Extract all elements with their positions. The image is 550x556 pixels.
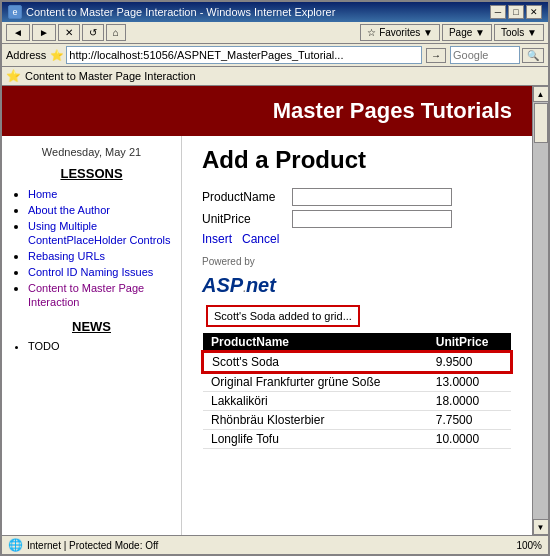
news-list: TODO	[12, 340, 171, 352]
sidebar-date: Wednesday, May 21	[12, 146, 171, 158]
sidebar-nav: Home About the Author Using Multiple Con…	[12, 187, 171, 309]
scroll-down-button[interactable]: ▼	[533, 519, 549, 535]
search-button[interactable]: 🔍	[522, 48, 544, 63]
cancel-link[interactable]: Cancel	[242, 232, 279, 246]
tools-button[interactable]: Tools ▼	[494, 24, 544, 41]
go-button[interactable]: →	[426, 48, 446, 63]
product-name-input[interactable]	[292, 188, 452, 206]
table-row: Rhönbräu Klosterbier7.7500	[203, 411, 511, 430]
table-row: Scott's Soda9.9500	[203, 352, 511, 372]
maximize-button[interactable]: □	[508, 5, 524, 19]
title-bar: e Content to Master Page Interaction - W…	[2, 2, 548, 22]
powered-by-text: Powered by	[202, 256, 512, 267]
product-name-cell: Rhönbräu Klosterbier	[203, 411, 428, 430]
add-product-form: ProductName UnitPrice Insert Cancel	[202, 188, 512, 246]
unit-price-cell: 9.9500	[428, 352, 511, 372]
unit-price-label: UnitPrice	[202, 212, 292, 226]
col-unit-price: UnitPrice	[428, 333, 511, 352]
product-name-cell: Lakkaliköri	[203, 392, 428, 411]
unit-price-cell: 18.0000	[428, 392, 511, 411]
nav-home[interactable]: Home	[28, 188, 57, 200]
favorites-button[interactable]: ☆ Favorites ▼	[360, 24, 440, 41]
favorites-bar: ⭐ Content to Master Page Interaction	[2, 67, 548, 86]
unit-price-input[interactable]	[292, 210, 452, 228]
lessons-title: LESSONS	[12, 166, 171, 181]
zoom-level: 100%	[516, 540, 542, 551]
col-product-name: ProductName	[203, 333, 428, 352]
grid-notification: Scott's Soda added to grid...	[206, 305, 360, 327]
nav-toolbar: ◄ ► ✕ ↺ ⌂ ☆ Favorites ▼ Page ▼ Tools ▼	[2, 22, 548, 44]
aspnet-logo: Powered by ASP.net	[202, 256, 512, 299]
status-globe-icon: 🌐	[8, 538, 23, 552]
close-button[interactable]: ✕	[526, 5, 542, 19]
forward-button[interactable]: ►	[32, 24, 56, 41]
browser-window: e Content to Master Page Interaction - W…	[0, 0, 550, 556]
news-item: TODO	[28, 340, 171, 352]
page-heading: Add a Product	[202, 146, 512, 174]
product-table: ProductName UnitPrice Scott's Soda9.9500…	[202, 333, 512, 449]
table-row: Lakkaliköri18.0000	[203, 392, 511, 411]
form-links: Insert Cancel	[202, 232, 512, 246]
refresh-button[interactable]: ↺	[82, 24, 104, 41]
status-left: 🌐 Internet | Protected Mode: Off	[8, 538, 158, 552]
scroll-up-button[interactable]: ▲	[533, 86, 549, 102]
browser-icon: e	[8, 5, 22, 19]
header-title: Master Pages Tutorials	[273, 98, 512, 123]
scroll-track[interactable]	[533, 102, 548, 519]
scrollbar: ▲ ▼	[532, 86, 548, 535]
main-content: Add a Product ProductName UnitPrice	[182, 136, 532, 535]
unit-price-cell: 13.0000	[428, 372, 511, 392]
nav-control-id[interactable]: Control ID Naming Issues	[28, 266, 153, 278]
unit-price-cell: 10.0000	[428, 430, 511, 449]
nav-interaction[interactable]: Content to Master Page Interaction	[28, 282, 144, 308]
home-button[interactable]: ⌂	[106, 24, 126, 41]
grid-area: Scott's Soda added to grid... ProductNam…	[202, 305, 512, 449]
news-title: NEWS	[12, 319, 171, 334]
master-header: Master Pages Tutorials	[2, 86, 532, 136]
favorites-star-icon: ⭐	[6, 69, 21, 83]
table-row: Original Frankfurter grüne Soße13.0000	[203, 372, 511, 392]
master-body: Wednesday, May 21 LESSONS Home About the…	[2, 136, 532, 535]
page-area: Master Pages Tutorials Wednesday, May 21…	[2, 86, 548, 535]
address-input[interactable]	[66, 46, 422, 64]
nav-multiple-placeholder[interactable]: Using Multiple ContentPlaceHolder Contro…	[28, 220, 170, 246]
table-row: Longlife Tofu10.0000	[203, 430, 511, 449]
product-name-cell: Original Frankfurter grüne Soße	[203, 372, 428, 392]
product-name-cell: Longlife Tofu	[203, 430, 428, 449]
address-label: Address	[6, 49, 46, 61]
status-text: Internet | Protected Mode: Off	[27, 540, 158, 551]
search-box: 🔍	[450, 46, 544, 64]
back-button[interactable]: ◄	[6, 24, 30, 41]
product-name-cell: Scott's Soda	[203, 352, 428, 372]
nav-rebasing[interactable]: Rebasing URLs	[28, 250, 105, 262]
unit-price-row: UnitPrice	[202, 210, 512, 228]
search-input[interactable]	[450, 46, 520, 64]
stop-button[interactable]: ✕	[58, 24, 80, 41]
page-content: Master Pages Tutorials Wednesday, May 21…	[2, 86, 532, 535]
status-right: 100%	[516, 540, 542, 551]
product-name-label: ProductName	[202, 190, 292, 204]
status-bar: 🌐 Internet | Protected Mode: Off 100%	[2, 535, 548, 554]
insert-link[interactable]: Insert	[202, 232, 232, 246]
product-name-row: ProductName	[202, 188, 512, 206]
page-button[interactable]: Page ▼	[442, 24, 492, 41]
scroll-thumb[interactable]	[534, 103, 548, 143]
window-title: Content to Master Page Interaction - Win…	[26, 6, 335, 18]
address-bar: Address ⭐ → 🔍	[2, 44, 548, 67]
title-bar-buttons: ─ □ ✕	[490, 5, 542, 19]
unit-price-cell: 7.7500	[428, 411, 511, 430]
minimize-button[interactable]: ─	[490, 5, 506, 19]
favorites-page-title: Content to Master Page Interaction	[25, 70, 196, 82]
nav-about[interactable]: About the Author	[28, 204, 110, 216]
sidebar: Wednesday, May 21 LESSONS Home About the…	[2, 136, 182, 535]
aspnet-logo-text: ASP.net	[202, 267, 512, 299]
